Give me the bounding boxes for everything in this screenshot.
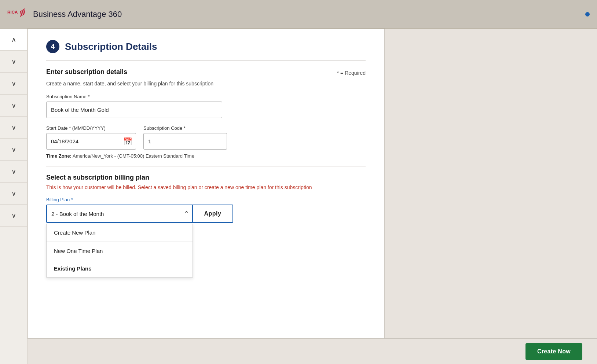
date-code-row: Start Date * (MM/DD/YYYY) 📅 Subscription…: [46, 125, 366, 150]
subscription-name-input[interactable]: [46, 102, 222, 118]
header: RICA Business Advantage 360: [0, 0, 597, 29]
sidebar-item-0[interactable]: ∧: [0, 29, 27, 51]
sidebar: ∧ ∨ ∨ ∨ ∨ ∨ ∨ ∨ ∨: [0, 29, 28, 364]
divider-2: [46, 166, 366, 166]
subscription-name-label: Subscription Name *: [46, 94, 366, 99]
header-dot: [585, 12, 590, 16]
section-header: Enter subscription details * = Required: [46, 68, 366, 78]
sidebar-item-1[interactable]: ∨: [0, 51, 27, 73]
dropdown-item-new-one-time-plan[interactable]: New One Time Plan: [47, 242, 193, 260]
bottom-bar: Create Now: [28, 338, 597, 364]
timezone-value: America/New_York - (GMT-05:00) Eastern S…: [73, 153, 194, 159]
chevron-down-icon-1: ∨: [11, 58, 16, 66]
main-content: 4 Subscription Details Enter subscriptio…: [28, 29, 384, 364]
start-date-input[interactable]: [46, 133, 136, 150]
billing-input-wrapper: ⌃ Create New Plan New One Time Plan Exis…: [46, 205, 193, 223]
svg-text:RICA: RICA: [7, 10, 18, 14]
create-now-button[interactable]: Create Now: [525, 343, 582, 360]
right-panel: [384, 29, 597, 364]
dropdown-item-create-new-plan[interactable]: Create New Plan: [47, 224, 193, 242]
sidebar-item-8[interactable]: ∨: [0, 205, 27, 227]
step-title: Subscription Details: [65, 41, 157, 52]
chevron-up-icon: ∧: [11, 36, 16, 44]
chevron-down-icon-8: ∨: [11, 212, 16, 220]
subscription-code-input[interactable]: [143, 133, 227, 150]
app-title: Business Advantage 360: [33, 10, 122, 19]
content-area: 4 Subscription Details Enter subscriptio…: [28, 29, 384, 234]
section-description: Create a name, start date, and select yo…: [46, 81, 366, 87]
billing-plan-input[interactable]: [46, 205, 193, 223]
divider-1: [46, 60, 366, 61]
chevron-down-icon-5: ∨: [11, 146, 16, 154]
sidebar-item-7[interactable]: ∨: [0, 183, 27, 205]
billing-row: ⌃ Create New Plan New One Time Plan Exis…: [46, 205, 366, 223]
sidebar-item-5[interactable]: ∨: [0, 139, 27, 161]
apply-button[interactable]: Apply: [193, 205, 233, 223]
chevron-down-icon-4: ∨: [11, 124, 16, 132]
sidebar-item-4[interactable]: ∨: [0, 117, 27, 139]
chevron-down-icon-7: ∨: [11, 190, 16, 198]
start-date-label: Start Date * (MM/DD/YYYY): [46, 125, 136, 131]
bank-logo-icon: RICA: [7, 8, 26, 21]
dropdown-group-existing-plans: Existing Plans: [47, 260, 193, 277]
chevron-down-icon-2: ∨: [11, 80, 16, 88]
date-input-wrapper: 📅: [46, 133, 136, 150]
subscription-code-label: Subscription Code *: [143, 125, 227, 131]
billing-plan-label: Billing Plan *: [46, 197, 366, 202]
subscription-name-field: Subscription Name *: [46, 94, 366, 118]
start-date-field: Start Date * (MM/DD/YYYY) 📅: [46, 125, 136, 150]
subscription-code-field: Subscription Code *: [143, 125, 227, 150]
billing-description: This is how your customer will be billed…: [46, 184, 366, 190]
sidebar-item-6[interactable]: ∨: [0, 161, 27, 183]
layout: ∧ ∨ ∨ ∨ ∨ ∨ ∨ ∨ ∨ 4 S: [0, 29, 597, 364]
step-badge: 4: [46, 40, 59, 53]
timezone-row: Time Zone: America/New_York - (GMT-05:00…: [46, 153, 366, 159]
required-note: * = Required: [337, 70, 366, 76]
timezone-label: Time Zone:: [46, 153, 72, 159]
header-logo: RICA Business Advantage 360: [7, 8, 122, 21]
chevron-down-icon-3: ∨: [11, 102, 16, 110]
sidebar-item-2[interactable]: ∨: [0, 73, 27, 95]
step-header: 4 Subscription Details: [46, 40, 366, 53]
sidebar-item-3[interactable]: ∨: [0, 95, 27, 117]
billing-plan-dropdown: Create New Plan New One Time Plan Existi…: [46, 224, 193, 277]
section-title: Enter subscription details: [46, 68, 127, 76]
chevron-down-icon-6: ∨: [11, 168, 16, 176]
billing-section-title: Select a subscription billing plan: [46, 174, 366, 181]
